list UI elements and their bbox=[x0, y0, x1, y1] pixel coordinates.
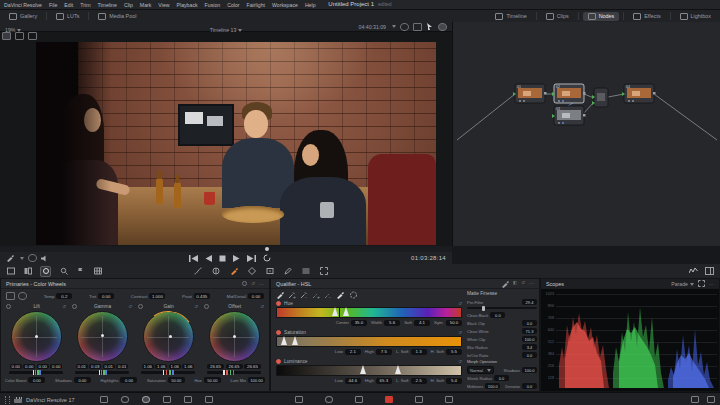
in-out-ratio-value[interactable]: 0.0 bbox=[522, 352, 537, 358]
add-softness-icon[interactable]: + bbox=[312, 291, 320, 299]
split-wipe-icon[interactable] bbox=[15, 32, 24, 40]
shrink-radius-value[interactable]: 0.0 bbox=[494, 375, 509, 381]
scope-options-icon[interactable]: ⋯ bbox=[709, 281, 714, 287]
flag-icon[interactable] bbox=[76, 267, 85, 276]
white-clip-value[interactable]: 100.0 bbox=[522, 336, 537, 342]
palette-tab-qualifier[interactable] bbox=[385, 396, 393, 403]
subtract-color-icon[interactable]: - bbox=[300, 291, 308, 299]
sat-lsoft-value[interactable]: 1.3 bbox=[411, 349, 427, 355]
hue-low-handle[interactable] bbox=[332, 307, 338, 316]
menu-fairlight[interactable]: Fairlight bbox=[247, 2, 265, 8]
hue-reset-icon[interactable]: ↺ bbox=[458, 301, 462, 306]
gamma-y-value[interactable]: 0.01 bbox=[76, 364, 88, 369]
wheel-tool-icon[interactable] bbox=[211, 267, 220, 276]
go-to-last-frame-button[interactable] bbox=[247, 255, 256, 262]
step-back-button[interactable] bbox=[205, 255, 212, 262]
gain-b-value[interactable]: 1.06 bbox=[182, 364, 194, 369]
gain-color-wheel[interactable] bbox=[143, 311, 194, 362]
sat-high-value[interactable]: 7.5 bbox=[376, 349, 392, 355]
palette-tab-blur[interactable] bbox=[415, 396, 423, 403]
palette-tab-color-match[interactable] bbox=[121, 396, 129, 403]
palette-tab-color-wheels[interactable] bbox=[142, 396, 150, 403]
luminance-enable-checkbox[interactable] bbox=[276, 359, 281, 364]
sat-hsoft-value[interactable]: 5.5 bbox=[446, 349, 462, 355]
offset-master-wheel[interactable] bbox=[207, 371, 261, 374]
luminance-low-handle[interactable] bbox=[360, 365, 366, 374]
hue-center-value[interactable]: 35.0 bbox=[351, 320, 367, 326]
color-boost-value[interactable]: 0.00 bbox=[28, 377, 45, 383]
lum-mix-value[interactable]: 100.00 bbox=[248, 377, 265, 383]
saturation-enable-checkbox[interactable] bbox=[276, 330, 281, 335]
pen-tool-icon[interactable] bbox=[283, 267, 292, 276]
gamma-r-value[interactable]: 0.03 bbox=[89, 364, 101, 369]
timeline-button[interactable]: Timeline bbox=[490, 12, 531, 21]
gamma-g-value[interactable]: 0.01 bbox=[103, 364, 115, 369]
sat-low-value[interactable]: 2.1 bbox=[345, 349, 361, 355]
gamma-b-value[interactable]: 0.01 bbox=[116, 364, 128, 369]
morph-midtones-value[interactable]: 100.0 bbox=[485, 383, 500, 389]
invert-icon[interactable]: ◧ bbox=[513, 280, 517, 288]
mid-detail-value[interactable]: 0.00 bbox=[248, 293, 264, 299]
palette-tab-hdr[interactable] bbox=[163, 396, 171, 403]
saturation-range-bar[interactable] bbox=[276, 336, 462, 347]
hue-enable-checkbox[interactable] bbox=[276, 301, 281, 306]
play-button[interactable] bbox=[233, 255, 240, 262]
lift-g-value[interactable]: 0.00 bbox=[37, 364, 49, 369]
offset-b-value[interactable]: 26.65 bbox=[244, 364, 261, 369]
parade-scope[interactable]: 1023 896 768 640 512 384 256 128 bbox=[541, 289, 719, 391]
menu-timeline[interactable]: Timeline bbox=[97, 2, 116, 8]
hue-value[interactable]: 50.00 bbox=[204, 377, 221, 383]
gain-master-wheel[interactable] bbox=[141, 371, 195, 374]
lift-r-value[interactable]: 0.00 bbox=[23, 364, 35, 369]
lum-low-value[interactable]: 44.6 bbox=[345, 378, 361, 384]
corrector-node-02[interactable]: 02 bbox=[552, 84, 586, 103]
palette-tab-tracker[interactable] bbox=[355, 396, 363, 403]
gamma-reset-icon[interactable]: ↺ bbox=[128, 304, 132, 309]
wheel-style-icon[interactable] bbox=[18, 292, 27, 300]
video-viewer[interactable] bbox=[36, 42, 436, 245]
palette-tab-camera-raw[interactable] bbox=[100, 396, 108, 403]
luminance-reset-icon[interactable]: ↺ bbox=[458, 359, 462, 364]
menu-file[interactable]: File bbox=[49, 2, 57, 8]
wheel-mode-icon[interactable] bbox=[242, 281, 247, 286]
menu-davinci-resolve[interactable]: DaVinci Resolve bbox=[4, 2, 42, 8]
clean-white-value[interactable]: 71.3 bbox=[522, 328, 537, 334]
hue-width-value[interactable]: 5.6 bbox=[384, 320, 400, 326]
lift-y-value[interactable]: 0.00 bbox=[10, 364, 22, 369]
eyedropper-icon[interactable] bbox=[276, 291, 284, 299]
qualifier-reset-icon[interactable]: ↺ bbox=[521, 280, 525, 288]
expand-icon[interactable] bbox=[319, 267, 328, 276]
qualifier-picker-icon[interactable] bbox=[229, 267, 238, 276]
audio-mute-icon[interactable] bbox=[41, 255, 49, 262]
palette-tab-key[interactable] bbox=[445, 396, 453, 403]
menu-playback[interactable]: Playback bbox=[177, 2, 198, 8]
clean-black-value[interactable]: 0.0 bbox=[490, 312, 505, 318]
add-color-icon[interactable]: + bbox=[288, 291, 296, 299]
hue-high-handle[interactable] bbox=[343, 307, 349, 316]
menu-view[interactable]: View bbox=[158, 2, 169, 8]
cursor-icon[interactable] bbox=[426, 23, 434, 30]
highlight-icon[interactable] bbox=[28, 32, 37, 40]
camera-raw-icon[interactable] bbox=[6, 292, 15, 300]
saturation-low-handle[interactable] bbox=[281, 336, 287, 345]
subtract-softness-icon[interactable]: - bbox=[324, 291, 332, 299]
color-trace-icon[interactable] bbox=[40, 266, 51, 277]
matte-preview-icon[interactable] bbox=[336, 291, 345, 299]
playhead-dot[interactable] bbox=[265, 247, 269, 251]
pre-filter-value[interactable]: 29.4 bbox=[522, 299, 537, 305]
corrector-node-01[interactable]: 01 bbox=[513, 84, 547, 103]
menu-help[interactable]: Help bbox=[305, 2, 316, 8]
palette-tab-motion-effects[interactable] bbox=[205, 396, 213, 403]
lift-reset-icon[interactable]: ↺ bbox=[62, 304, 66, 309]
gain-y-value[interactable]: 1.06 bbox=[142, 364, 154, 369]
loop-playback-button[interactable] bbox=[263, 254, 271, 262]
palette-tab-windows[interactable] bbox=[325, 396, 333, 403]
scope-expand-icon[interactable] bbox=[698, 280, 705, 287]
tracker-tool-icon[interactable] bbox=[265, 267, 274, 276]
offset-g-value[interactable]: 26.65 bbox=[226, 364, 243, 369]
blur-radius-value[interactable]: 3.4 bbox=[522, 344, 537, 350]
scope-mode-dropdown[interactable]: Parade bbox=[671, 281, 694, 287]
gamma-master-wheel[interactable] bbox=[75, 371, 129, 374]
menu-trim[interactable]: Trim bbox=[80, 2, 90, 8]
saturation-reset-icon[interactable]: ↺ bbox=[458, 330, 462, 335]
